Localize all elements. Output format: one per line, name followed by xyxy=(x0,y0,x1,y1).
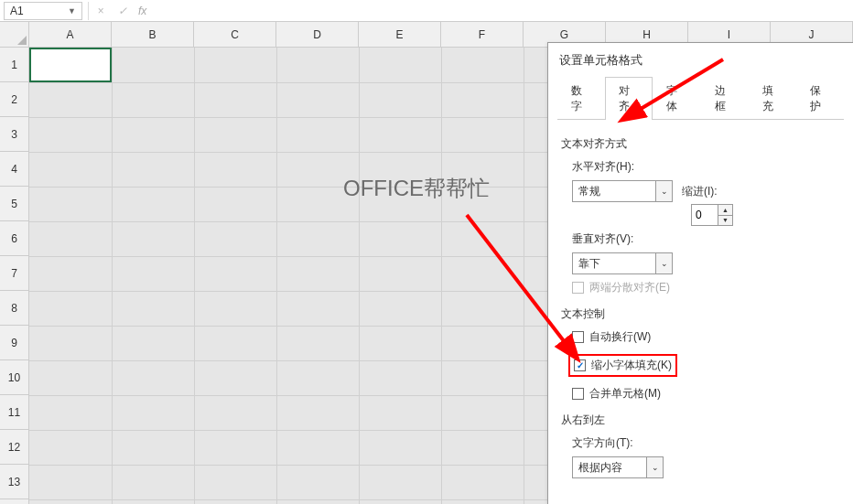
column-header[interactable]: A xyxy=(29,22,112,47)
rtl-section: 从右到左 xyxy=(561,413,840,428)
text-control-section: 文本控制 xyxy=(561,306,840,322)
gridline xyxy=(359,48,360,504)
row-header[interactable]: 6 xyxy=(0,221,28,256)
shrink-to-fit-highlight: 缩小字体填充(K) xyxy=(568,354,677,377)
confirm-icon: ✓ xyxy=(116,5,129,17)
text-direction-combo[interactable]: 根据内容 ⌄ xyxy=(572,456,664,478)
shrink-to-fit-label: 缩小字体填充(K) xyxy=(591,358,672,373)
column-header[interactable]: F xyxy=(441,22,524,47)
dialog-title: 设置单元格格式 xyxy=(548,43,853,76)
chevron-down-icon: ▼ xyxy=(68,6,76,16)
justify-distributed-checkbox xyxy=(572,282,584,294)
divider xyxy=(88,2,89,20)
row-header[interactable]: 11 xyxy=(0,395,28,430)
vertical-align-value: 靠下 xyxy=(573,256,655,272)
row-header[interactable]: 10 xyxy=(0,360,28,395)
wrap-text-checkbox[interactable] xyxy=(572,331,584,343)
text-alignment-section: 文本对齐方式 xyxy=(561,136,840,152)
row-header[interactable]: 1 xyxy=(0,48,28,82)
merge-cells-label: 合并单元格(M) xyxy=(589,386,661,402)
justify-distributed-label: 两端分散对齐(E) xyxy=(589,280,670,295)
wrap-text-label: 自动换行(W) xyxy=(589,329,651,345)
gridline xyxy=(276,48,277,504)
column-header[interactable]: B xyxy=(112,22,194,47)
tab-number[interactable]: 数字 xyxy=(557,77,605,120)
row-header[interactable]: 9 xyxy=(0,326,28,360)
tab-alignment[interactable]: 对齐 xyxy=(605,77,653,120)
cancel-icon: × xyxy=(94,5,107,17)
gridline xyxy=(524,48,524,504)
indent-spinner[interactable]: ▲ ▼ xyxy=(691,204,733,226)
row-headers: 1 2 3 4 5 6 7 8 9 10 11 12 13 14 xyxy=(0,22,29,504)
row-header[interactable]: 14 xyxy=(0,499,28,504)
row-header[interactable]: 2 xyxy=(0,82,28,117)
column-header[interactable]: E xyxy=(359,22,441,47)
row-header[interactable]: 3 xyxy=(0,117,28,152)
chevron-down-icon: ⌄ xyxy=(646,457,663,477)
merge-cells-checkbox[interactable] xyxy=(572,388,584,400)
formula-bar: A1 ▼ × ✓ fx xyxy=(0,0,853,22)
tab-fill[interactable]: 填充 xyxy=(749,77,796,120)
row-header[interactable]: 4 xyxy=(0,152,28,187)
shrink-to-fit-checkbox[interactable] xyxy=(574,359,586,371)
gridline xyxy=(112,48,113,504)
select-all-button[interactable] xyxy=(0,22,28,48)
column-header[interactable]: D xyxy=(276,22,359,47)
dialog-tabs: 数字 对齐 字体 边框 填充 保护 xyxy=(557,76,844,120)
row-header[interactable]: 12 xyxy=(0,430,28,465)
row-header[interactable]: 7 xyxy=(0,256,28,291)
gridline xyxy=(194,48,195,504)
row-header[interactable]: 5 xyxy=(0,187,28,221)
row-header[interactable]: 8 xyxy=(0,291,28,326)
gridline xyxy=(441,48,442,504)
spinner-up-icon[interactable]: ▲ xyxy=(718,205,732,216)
horizontal-align-value: 常规 xyxy=(573,184,655,199)
name-box[interactable]: A1 ▼ xyxy=(4,2,82,20)
text-direction-value: 根据内容 xyxy=(573,460,646,476)
spinner-down-icon[interactable]: ▼ xyxy=(718,216,732,226)
chevron-down-icon: ⌄ xyxy=(655,181,672,201)
column-header[interactable]: C xyxy=(194,22,276,47)
name-box-value: A1 xyxy=(10,5,68,17)
indent-label: 缩进(I): xyxy=(682,184,718,199)
chevron-down-icon: ⌄ xyxy=(655,253,672,273)
text-direction-label: 文字方向(T): xyxy=(572,435,840,451)
vertical-align-combo[interactable]: 靠下 ⌄ xyxy=(572,252,673,274)
vertical-align-label: 垂直对齐(V): xyxy=(572,231,840,247)
indent-input[interactable] xyxy=(692,205,718,225)
dialog-body: 文本对齐方式 水平对齐(H): 常规 ⌄ 缩进(I): ▲ ▼ 垂直对齐(V):… xyxy=(548,120,853,493)
fx-icon[interactable]: fx xyxy=(138,5,146,17)
tab-protection[interactable]: 保护 xyxy=(796,77,844,120)
format-cells-dialog: 设置单元格格式 数字 对齐 字体 边框 填充 保护 文本对齐方式 水平对齐(H)… xyxy=(547,42,853,504)
active-cell-a1[interactable] xyxy=(29,48,112,82)
tab-font[interactable]: 字体 xyxy=(653,77,700,120)
horizontal-align-label: 水平对齐(H): xyxy=(572,159,840,175)
row-header[interactable]: 13 xyxy=(0,465,28,499)
tab-border[interactable]: 边框 xyxy=(701,77,749,120)
horizontal-align-combo[interactable]: 常规 ⌄ xyxy=(572,180,673,202)
formula-bar-buttons: × ✓ xyxy=(94,5,129,17)
